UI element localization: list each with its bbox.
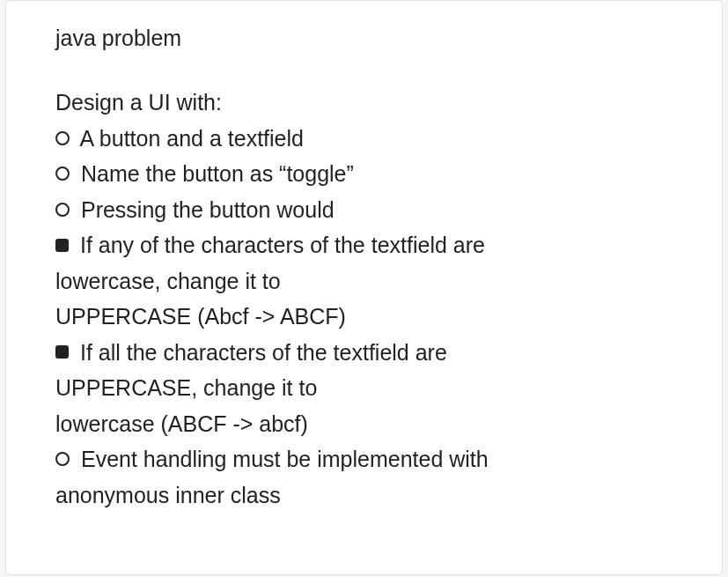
- problem-title: java problem: [55, 26, 673, 51]
- content-line: If all the characters of the textfield a…: [55, 335, 673, 371]
- content-line: Design a UI with:: [55, 85, 673, 121]
- line-text: Name the button as “toggle”: [81, 161, 354, 186]
- line-text: anonymous inner class: [55, 483, 281, 507]
- square-bullet-icon: [55, 239, 69, 252]
- circle-bullet-icon: [55, 452, 70, 466]
- content-line: lowercase (ABCF -> abcf): [55, 406, 673, 442]
- line-text: lowercase (ABCF -> abcf): [55, 411, 308, 436]
- line-text: If all the characters of the textfield a…: [80, 340, 447, 365]
- problem-card: java problem Design a UI with: A button …: [5, 0, 723, 575]
- content-line: Name the button as “toggle”: [55, 156, 673, 192]
- line-text: lowercase, change it to: [55, 269, 281, 293]
- line-text: UPPERCASE, change it to: [55, 375, 317, 400]
- content-line: A button and a textfield: [55, 121, 673, 157]
- square-bullet-icon: [55, 345, 69, 359]
- problem-content: Design a UI with: A button and a textfie…: [55, 85, 673, 513]
- line-text: If any of the characters of the textfiel…: [80, 233, 485, 257]
- content-line: lowercase, change it to: [55, 263, 673, 300]
- circle-bullet-icon: [55, 131, 70, 145]
- line-text: Design a UI with:: [55, 90, 222, 115]
- circle-bullet-icon: [55, 166, 70, 181]
- content-line: UPPERCASE (Abcf -> ABCF): [55, 299, 673, 335]
- content-line: Event handling must be implemented with: [55, 441, 673, 477]
- content-line: Pressing the button would: [55, 192, 673, 228]
- content-line: anonymous inner class: [55, 477, 673, 514]
- line-text: A button and a textfield: [80, 126, 304, 151]
- content-line: UPPERCASE, change it to: [55, 370, 673, 406]
- circle-bullet-icon: [55, 203, 70, 217]
- line-text: Pressing the button would: [81, 197, 335, 222]
- line-text: UPPERCASE (Abcf -> ABCF): [55, 304, 346, 329]
- content-line: If any of the characters of the textfiel…: [55, 227, 673, 263]
- line-text: Event handling must be implemented with: [81, 447, 489, 471]
